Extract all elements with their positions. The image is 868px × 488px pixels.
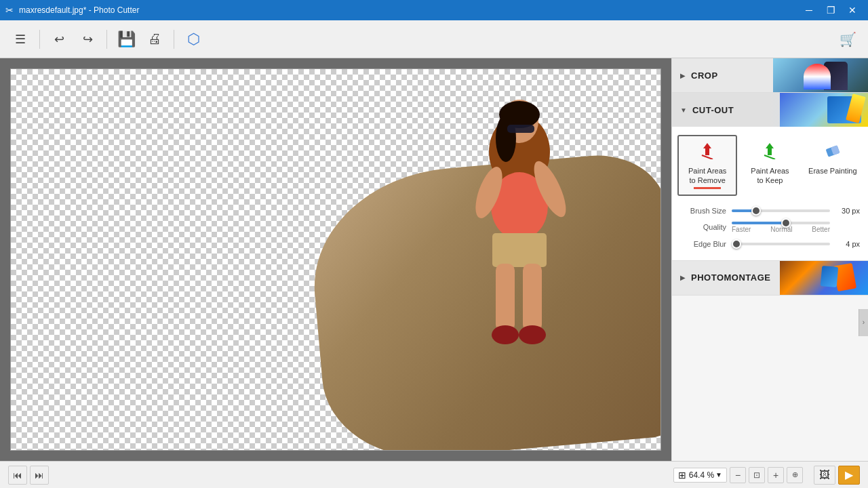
crop-section: ▶ CROP: [672, 58, 868, 93]
cutout-header[interactable]: ▼ CUT-OUT: [672, 93, 868, 127]
erase-button[interactable]: Erase Painting: [803, 135, 863, 196]
restore-button[interactable]: ❐: [821, 1, 841, 20]
cutout-section: ▼ CUT-OUT Paint Areasto Remove: [672, 93, 868, 261]
nav-controls: ⏮ ⏭: [8, 466, 49, 485]
quality-track[interactable]: [732, 222, 830, 224]
titlebar-controls: ─ ❐ ✕: [799, 1, 863, 20]
sliders-area: Brush Size 30 px Quality: [672, 201, 868, 260]
paint-keep-svg: [762, 142, 778, 159]
quality-labels: Faster Normal Better: [732, 226, 830, 233]
edge-blur-track[interactable]: [732, 243, 830, 245]
export-button[interactable]: 🖼: [814, 466, 835, 485]
svg-rect-17: [768, 148, 772, 155]
zoom-controls: ⊞ 64.4 % ▼ − ⊡ + ⊕: [673, 467, 803, 483]
toolbar: ☰ ↩ ↪ 💾 🖨 ⬡ 🛒: [0, 20, 868, 58]
right-panel: ▶ CROP ▼ CUT-OUT: [671, 58, 868, 461]
svg-point-11: [492, 325, 519, 344]
subject-svg: [411, 88, 628, 450]
nav-last-button[interactable]: ⏭: [30, 466, 49, 485]
svg-line-18: [764, 155, 775, 159]
svg-rect-8: [492, 233, 547, 267]
photomontage-title: PHOTOMONTAGE: [691, 272, 770, 283]
crop-header[interactable]: ▶ CROP: [672, 58, 868, 92]
paint-remove-label: Paint Areasto Remove: [688, 166, 726, 186]
cutout-chevron-icon: ▼: [680, 106, 687, 114]
quality-slider-container: Faster Normal Better: [732, 222, 830, 233]
edge-blur-label: Edge Blur: [680, 240, 726, 248]
panel-spacer: ›: [672, 296, 868, 461]
zoom-dropdown-icon: ▼: [715, 471, 722, 479]
nav-first-button[interactable]: ⏮: [8, 466, 27, 485]
separator-2: [106, 30, 107, 49]
redo-button[interactable]: ↪: [75, 27, 100, 52]
main-area: ▶ CROP ▼ CUT-OUT: [0, 58, 868, 461]
photo-thumb-accent2: [821, 266, 839, 287]
zoom-out-button[interactable]: −: [730, 467, 746, 483]
canvas-area[interactable]: [0, 58, 671, 461]
minimize-button[interactable]: ─: [799, 1, 819, 20]
svg-line-15: [702, 155, 713, 159]
edge-blur-thumb[interactable]: [732, 239, 741, 249]
brush-size-thumb[interactable]: [751, 206, 761, 216]
svg-marker-13: [703, 143, 711, 148]
save-button[interactable]: 💾: [114, 27, 138, 52]
quality-better-label: Better: [812, 226, 830, 233]
tool-buttons-row: Paint Areasto Remove Paint Areasto Keep: [672, 127, 868, 201]
crop-thumbnail: [773, 58, 868, 92]
paint-keep-button[interactable]: Paint Areasto Keep: [740, 135, 800, 196]
quality-row: Quality Faster Normal Better: [680, 222, 860, 233]
photomontage-header[interactable]: ▶ PHOTOMONTAGE: [672, 261, 868, 295]
statusbar: ⏮ ⏭ ⊞ 64.4 % ▼ − ⊡ + ⊕ 🖼 ▶: [0, 461, 868, 488]
photomontage-section: ▶ PHOTOMONTAGE: [672, 261, 868, 296]
svg-rect-9: [496, 264, 515, 331]
paint-remove-svg: [699, 142, 715, 159]
print-button[interactable]: 🖨: [142, 27, 167, 52]
quality-label: Quality: [680, 223, 726, 231]
erase-label: Erase Painting: [808, 166, 857, 176]
undo-button[interactable]: ↩: [47, 27, 71, 52]
brush-size-value: 30 px: [835, 207, 860, 215]
crop-thumb-person-body: [804, 64, 831, 89]
titlebar: ✂ maxresdefault.jpg* - Photo Cutter ─ ❐ …: [0, 0, 868, 20]
quality-faster-label: Faster: [732, 226, 751, 233]
photomontage-thumbnail: [780, 261, 868, 295]
svg-rect-14: [705, 148, 709, 155]
edge-blur-value: 4 px: [835, 240, 860, 248]
quality-fill: [732, 222, 786, 224]
quality-normal-label: Normal: [770, 226, 792, 233]
quality-thumb[interactable]: [781, 218, 791, 228]
photomontage-chevron-icon: ▶: [680, 274, 686, 281]
active-indicator: [694, 187, 721, 189]
svg-rect-4: [507, 125, 534, 133]
paint-keep-label: Paint Areasto Keep: [751, 166, 789, 186]
paint-keep-icon: [762, 142, 778, 163]
expand-arrow[interactable]: ›: [859, 309, 868, 336]
transform-button[interactable]: ⬡: [181, 27, 205, 52]
erase-icon: [825, 142, 841, 163]
crop-chevron-icon: ▶: [680, 72, 686, 79]
zoom-display[interactable]: ⊞ 64.4 % ▼: [673, 468, 727, 483]
svg-point-3: [496, 115, 516, 162]
svg-marker-16: [766, 143, 774, 148]
paint-remove-button[interactable]: Paint Areasto Remove: [677, 135, 737, 196]
zoom-fit-button[interactable]: ⊡: [749, 467, 765, 483]
share-button[interactable]: ▶: [838, 466, 860, 485]
paint-remove-icon: [699, 142, 715, 163]
brush-size-track[interactable]: [732, 209, 830, 212]
cart-button[interactable]: 🛒: [835, 27, 860, 52]
cutout-title: CUT-OUT: [692, 105, 734, 115]
separator-1: [39, 30, 40, 49]
zoom-actual-button[interactable]: ⊕: [787, 467, 803, 483]
brush-size-row: Brush Size 30 px: [680, 207, 860, 215]
menu-button[interactable]: ☰: [8, 27, 33, 52]
brush-size-label: Brush Size: [680, 207, 726, 215]
zoom-grid-icon: ⊞: [678, 470, 686, 481]
separator-3: [174, 30, 174, 49]
zoom-value: 64.4 %: [689, 470, 714, 480]
close-button[interactable]: ✕: [842, 1, 863, 20]
erase-svg: [825, 142, 841, 159]
statusbar-right: 🖼 ▶: [814, 466, 860, 485]
crop-title: CROP: [691, 70, 718, 81]
subject-area: [411, 88, 628, 450]
zoom-in-button[interactable]: +: [768, 467, 784, 483]
